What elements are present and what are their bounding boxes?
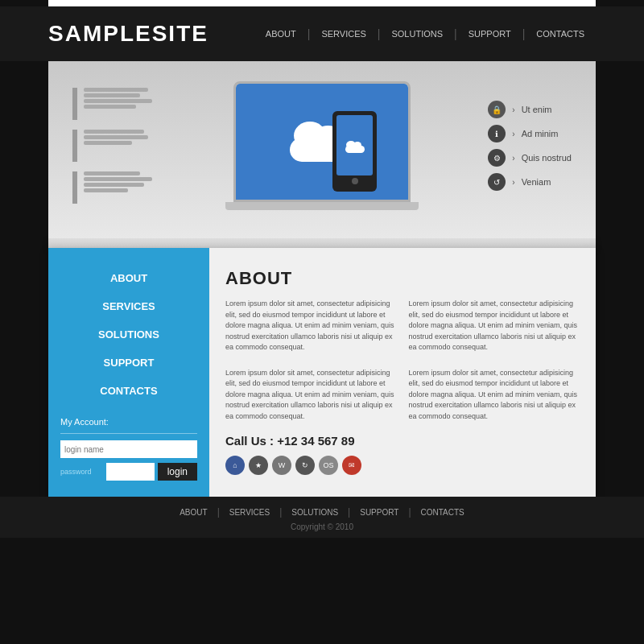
social-icon-os[interactable]: OS xyxy=(319,456,338,475)
hero-feature-text: Ut enim xyxy=(522,105,552,114)
nav-item-services[interactable]: SERVICES xyxy=(310,29,377,39)
hero-text-line xyxy=(84,105,136,109)
site-title: SAMPLESITE xyxy=(48,21,208,47)
footer-nav-services[interactable]: SERVICES xyxy=(220,508,279,517)
footer-copyright: Copyright © 2010 xyxy=(291,522,353,531)
phone-screen xyxy=(336,115,373,175)
sidebar-item-support[interactable]: SUPPORT xyxy=(48,349,209,377)
hero-text-block-2 xyxy=(72,130,152,162)
hero-text-line xyxy=(84,88,148,92)
hero-text-line xyxy=(84,171,140,175)
main-content: ABOUT SERVICES SOLUTIONS SUPPORT CONTACT… xyxy=(48,248,596,497)
hero-left xyxy=(48,88,152,204)
footer-nav-solutions[interactable]: SOLUTIONS xyxy=(282,508,348,517)
footer-nav-support[interactable]: SUPPORT xyxy=(350,508,408,517)
hero-text-line xyxy=(84,141,132,145)
social-icon-star[interactable]: ★ xyxy=(249,456,268,475)
footer-nav-contacts[interactable]: CONTACTS xyxy=(411,508,474,517)
hero-text-line xyxy=(84,93,140,97)
social-icons: ⌂ ★ W ↻ OS ✉ xyxy=(225,456,580,475)
password-row: password login xyxy=(60,463,197,481)
hero-feature-4[interactable]: ↺ › Veniam xyxy=(488,173,572,191)
gear-icon: ⚙ xyxy=(488,149,506,167)
hero-feature-1[interactable]: 🔒 › Ut enim xyxy=(488,101,572,118)
password-input[interactable] xyxy=(106,463,155,481)
hero-text-lines xyxy=(84,88,152,109)
hero-section: 🔒 › Ut enim ℹ › Ad minim ⚙ › Quis nostru… xyxy=(48,61,596,238)
main-nav: ABOUT | SERVICES | SOLUTIONS | SUPPORT |… xyxy=(254,27,596,40)
social-icon-mail[interactable]: ✉ xyxy=(342,456,361,475)
hero-text-line xyxy=(84,99,152,103)
hero-feature-text: Quis nostrud xyxy=(522,153,572,163)
social-icon-w[interactable]: W xyxy=(272,456,291,475)
social-icon-home[interactable]: ⌂ xyxy=(225,456,245,475)
about-text-1: Lorem ipsum dolor sit amet, consectetur … xyxy=(225,299,397,353)
hero-text-lines xyxy=(84,130,148,145)
sidebar-item-solutions[interactable]: SOLUTIONS xyxy=(48,320,209,349)
hero-text-line xyxy=(84,130,144,134)
sidebar-item-services[interactable]: SERVICES xyxy=(48,292,209,320)
content-area: ABOUT Lorem ipsum dolor sit amet, consec… xyxy=(209,248,596,497)
about-col-2: Lorem ipsum dolor sit amet, consectetur … xyxy=(409,299,580,422)
login-name-input[interactable] xyxy=(60,440,197,458)
phone-cloud-icon xyxy=(343,138,367,153)
hero-fold xyxy=(48,238,596,248)
hero-text-line xyxy=(84,188,128,192)
footer-nav: ABOUT | SERVICES | SOLUTIONS | SUPPORT |… xyxy=(170,506,474,518)
hero-feature-text: Veniam xyxy=(522,177,551,187)
hero-text-line xyxy=(84,177,152,181)
footer: ABOUT | SERVICES | SOLUTIONS | SUPPORT |… xyxy=(0,497,644,538)
refresh-icon: ↺ xyxy=(488,173,506,191)
chevron-icon: › xyxy=(512,154,514,163)
hero-text-bar xyxy=(72,130,77,162)
sidebar-account: My Account: password login xyxy=(48,417,209,481)
account-divider xyxy=(60,433,197,434)
hero-text-bar xyxy=(72,88,77,120)
password-label: password xyxy=(60,468,106,476)
about-title: ABOUT xyxy=(225,268,580,289)
nav-item-support[interactable]: SUPPORT xyxy=(457,29,522,39)
sidebar-item-contacts[interactable]: CONTACTS xyxy=(48,377,209,405)
login-name-row xyxy=(60,440,197,458)
chevron-icon: › xyxy=(512,105,514,114)
hero-devices xyxy=(225,81,419,210)
hero-text-line xyxy=(84,183,144,187)
sidebar: ABOUT SERVICES SOLUTIONS SUPPORT CONTACT… xyxy=(48,248,209,497)
nav-item-contacts[interactable]: CONTACTS xyxy=(525,29,596,39)
footer-nav-about[interactable]: ABOUT xyxy=(170,508,217,517)
hero-text-lines xyxy=(84,171,152,192)
about-text-3: Lorem ipsum dolor sit amet, consectetur … xyxy=(409,299,580,353)
about-text-4: Lorem ipsum dolor sit amet, consectetur … xyxy=(409,368,580,423)
hero-text-bar xyxy=(72,171,77,204)
laptop-screen xyxy=(236,84,408,200)
nav-item-about[interactable]: ABOUT xyxy=(254,29,308,39)
about-text-2: Lorem ipsum dolor sit amet, consectetur … xyxy=(225,368,397,423)
login-button[interactable]: login xyxy=(158,463,197,481)
laptop-base xyxy=(225,202,419,210)
phone-image xyxy=(332,111,377,192)
call-us: Call Us : +12 34 567 89 xyxy=(225,434,580,448)
about-columns: Lorem ipsum dolor sit amet, consectetur … xyxy=(225,299,580,422)
info-icon: ℹ xyxy=(488,125,506,142)
chevron-icon: › xyxy=(512,130,514,138)
header: SAMPLESITE ABOUT | SERVICES | SOLUTIONS … xyxy=(0,6,644,61)
hero-feature-text: Ad minim xyxy=(522,129,559,138)
hero-text-block-1 xyxy=(72,88,152,120)
hero-feature-3[interactable]: ⚙ › Quis nostrud xyxy=(488,149,572,167)
hero-text-block-3 xyxy=(72,171,152,204)
hero-text-line xyxy=(84,135,148,139)
lock-icon: 🔒 xyxy=(488,101,506,118)
hero-right: 🔒 › Ut enim ℹ › Ad minim ⚙ › Quis nostru… xyxy=(488,101,596,191)
top-bar xyxy=(48,0,596,6)
nav-item-solutions[interactable]: SOLUTIONS xyxy=(380,29,454,39)
account-label: My Account: xyxy=(60,417,197,427)
chevron-icon: › xyxy=(512,178,514,187)
social-icon-refresh[interactable]: ↻ xyxy=(295,456,315,475)
laptop-image xyxy=(233,81,411,202)
about-col-1: Lorem ipsum dolor sit amet, consectetur … xyxy=(225,299,397,422)
hero-feature-2[interactable]: ℹ › Ad minim xyxy=(488,125,572,142)
sidebar-item-about[interactable]: ABOUT xyxy=(48,264,209,292)
